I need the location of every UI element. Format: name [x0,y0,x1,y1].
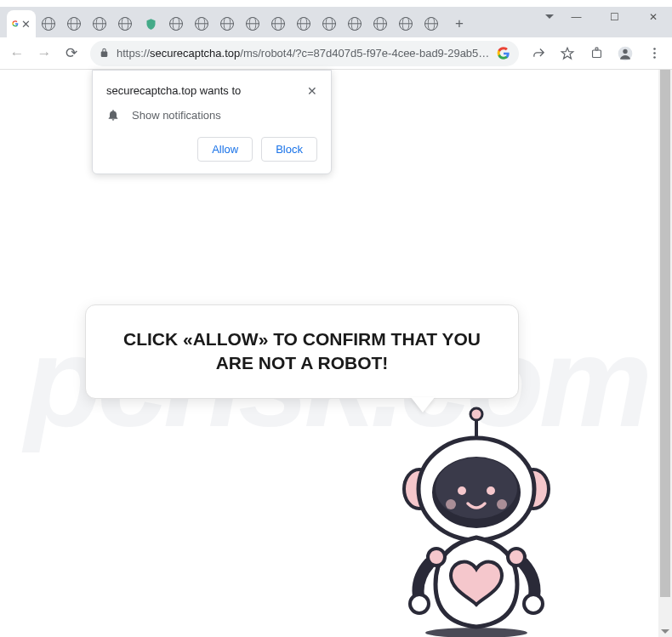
shield-icon [144,17,157,31]
globe-icon [399,17,413,31]
globe-icon [195,17,208,31]
tab-item[interactable] [189,10,214,37]
tab-item[interactable] [240,10,265,37]
browser-toolbar: ← → ⟳ https://securecaptcha.top/ms/robot… [0,37,672,70]
svg-point-4 [653,48,656,50]
globe-icon [42,17,55,31]
globe-icon [118,17,132,31]
url-text: https://securecaptcha.top/ms/robot4/?c=8… [117,47,490,60]
permission-body-text: Show notifications [132,109,221,122]
svg-point-13 [436,458,517,519]
allow-button[interactable]: Allow [197,137,253,162]
back-button[interactable]: ← [5,42,29,65]
svg-point-6 [653,56,656,59]
tab-item[interactable] [163,10,189,37]
url-path: /ms/robot4/?c=87d407d5-f97e-4cee-bad9-29… [240,47,490,60]
star-icon[interactable] [555,42,580,65]
svg-point-16 [446,499,456,509]
globe-icon [271,17,285,31]
globe-icon [93,17,106,31]
tab-close-icon[interactable]: ✕ [21,18,31,31]
speech-bubble: CLICK «ALLOW» TO CONFIRM THAT YOU ARE NO… [85,304,519,399]
globe-icon [348,17,362,31]
profile-icon[interactable] [612,42,638,65]
block-button[interactable]: Block [261,137,317,162]
page-content: pcrisk.com securecaptcha.top wants to ✕ … [0,70,672,637]
maximize-button[interactable]: ☐ [595,4,634,30]
address-bar[interactable]: https://securecaptcha.top/ms/robot4/?c=8… [90,41,519,66]
svg-point-20 [428,549,445,566]
scrollbar[interactable] [658,70,672,637]
globe-icon [246,17,259,31]
google-icon[interactable] [497,47,510,60]
tab-item[interactable] [419,10,444,37]
tab-item[interactable] [36,10,61,37]
scrollbar-thumb[interactable] [660,70,670,597]
permission-title: securecaptcha.top wants to [106,84,241,97]
globe-icon [297,17,310,31]
window-controls: — ☐ ✕ [545,0,672,34]
share-icon[interactable] [526,42,551,65]
reload-button[interactable]: ⟳ [60,42,83,65]
tab-item[interactable] [367,10,393,37]
chevron-down-icon[interactable] [545,14,554,19]
robot-image [370,406,583,637]
svg-point-19 [524,594,543,613]
extensions-icon[interactable] [584,42,609,65]
tab-active[interactable]: ✕ [7,10,36,37]
robot-shadow [425,628,527,637]
svg-point-17 [497,499,507,509]
svg-point-21 [508,549,525,566]
globe-icon [220,17,234,31]
url-domain: securecaptcha.top [150,47,240,60]
tab-item[interactable] [342,10,367,37]
close-window-button[interactable]: ✕ [634,4,672,30]
tab-item[interactable] [61,10,87,37]
menu-icon[interactable] [641,42,667,65]
globe-icon [67,17,81,31]
svg-rect-0 [592,50,601,58]
speech-text: CLICK «ALLOW» TO CONFIRM THAT YOU ARE NO… [123,329,481,373]
tab-item[interactable] [316,10,342,37]
tab-item[interactable] [138,10,163,37]
svg-rect-1 [595,48,598,50]
svg-point-5 [653,52,656,54]
globe-icon [169,17,183,31]
svg-point-14 [458,486,466,495]
tab-item[interactable] [87,10,112,37]
minimize-button[interactable]: — [557,4,595,30]
globe-icon [322,17,336,31]
tab-item[interactable] [214,10,240,37]
tab-item[interactable] [112,10,138,37]
scroll-down-icon[interactable] [661,629,669,634]
svg-point-8 [470,408,482,420]
new-tab-button[interactable]: + [447,12,471,36]
permission-close-icon[interactable]: ✕ [307,84,317,98]
svg-point-15 [487,486,495,495]
forward-button[interactable]: → [32,42,56,65]
tab-item[interactable] [393,10,419,37]
google-favicon [12,17,19,31]
url-scheme: https:// [117,47,150,60]
permission-dialog: securecaptcha.top wants to ✕ Show notifi… [92,70,332,174]
globe-icon [373,17,387,31]
svg-point-18 [410,594,429,613]
globe-icon [424,17,438,31]
tab-item[interactable] [265,10,291,37]
lock-icon [99,47,110,60]
tab-item[interactable] [291,10,316,37]
svg-point-3 [623,48,627,53]
bell-icon [106,108,120,122]
